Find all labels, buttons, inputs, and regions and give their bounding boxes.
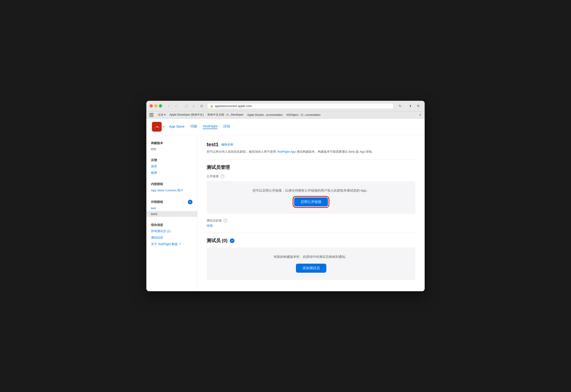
share-button[interactable]: ⬆: [407, 103, 413, 108]
feedback-label: 测试员反馈: [207, 218, 222, 223]
sidebar-section-title: 反馈: [146, 157, 197, 163]
bookmark-item[interactable]: Apple Develo...ocumentation: [247, 113, 283, 116]
bookmark-item[interactable]: Apple Developer (简体中文): [169, 113, 204, 117]
nav-features[interactable]: 功能: [190, 124, 197, 129]
address-bar[interactable]: 🔒 appstoreconnect.apple.com: [207, 103, 394, 109]
testers-title: 测试员 (0): [207, 238, 228, 244]
url-text: appstoreconnect.apple.com: [215, 104, 252, 108]
header-nav: App Store 功能 TestFlight 活动: [169, 124, 230, 129]
sidebar-item-test[interactable]: test: [146, 205, 197, 211]
tester-management-title: 测试员管理: [207, 164, 415, 170]
new-tab-button[interactable]: ⧉: [415, 103, 421, 108]
testers-empty-desc: 有新的构建版本时，此群组中的测试员将收到通知。: [211, 255, 411, 259]
page-description: 您可以将任何人添加至此群组，被添加的人将可使用 TestFlight App 测…: [207, 149, 415, 154]
sidebar-item-testflight-data[interactable]: 关于 TestFlight 数据 ？: [146, 241, 197, 247]
sidebar: 构建版本 iOS 反馈 崩溃 截屏 内部群组 App Store Connect…: [146, 135, 197, 292]
page-content: 🚗 ▾ App Store 功能 TestFlight 活动 构建版本 iOS: [146, 119, 425, 292]
sidebar-item-ios[interactable]: iOS: [146, 146, 197, 152]
sidebar-section-internal: 内部群组 App Store Connect 用户: [146, 181, 197, 194]
sidebar-section-external: 外部群组 + test test1: [146, 198, 197, 217]
fullscreen-button[interactable]: [159, 104, 162, 108]
app-logo: 🚗: [152, 122, 162, 132]
public-link-box: 您可以启用公开链接，以便任何拥有公开链接的用户加入此群组并测试您的 App。 启…: [207, 181, 415, 214]
tester-management-section: 测试员管理 公开链接 ? 您可以启用公开链接，以便任何拥有公开链接的用户加入此群…: [207, 164, 415, 228]
chevron-down-icon: ▾: [163, 125, 164, 128]
browser-controls: ⬜ ⌂ ⊡: [183, 103, 205, 108]
sidebar-toggle[interactable]: ⬜: [183, 103, 189, 108]
bookmark-item[interactable]: 过去 ▾: [158, 113, 166, 117]
enable-public-link-button[interactable]: 启用公开链接: [294, 197, 328, 206]
add-bookmark-button[interactable]: +: [419, 113, 421, 117]
nav-buttons: ‹ ›: [165, 103, 179, 108]
add-external-group-button[interactable]: +: [188, 200, 192, 204]
feedback-row: 测试员反馈 ?: [207, 218, 415, 223]
sidebar-item-test1[interactable]: test1: [146, 211, 197, 217]
browser-titlebar: ‹ › ⬜ ⌂ ⊡ 🔒 appstoreconnect.apple.com ↻ …: [146, 101, 425, 112]
public-link-row: 公开链接 ?: [207, 174, 415, 178]
sidebar-section-title: 综合信息: [146, 222, 197, 228]
minimize-button[interactable]: [154, 104, 158, 108]
sidebar-item-appstoreconnect[interactable]: App Store Connect 用户: [146, 187, 197, 194]
forward-button[interactable]: ›: [173, 103, 179, 108]
page-title-row: test1 编辑名称: [207, 141, 415, 148]
main-layout: 构建版本 iOS 反馈 崩溃 截屏 内部群组 App Store Connect…: [146, 135, 425, 292]
app-name-dropdown[interactable]: ▾: [163, 125, 164, 128]
sidebar-section-title: 构建版本: [146, 140, 197, 146]
testflight-app-link[interactable]: TestFlight App: [277, 150, 296, 153]
testers-section: 测试员 (0) + 有新的构建版本时，此群组中的测试员将收到通知。 添加测试员: [207, 238, 415, 280]
home-button[interactable]: ⌂: [190, 103, 197, 108]
sidebar-item-test-info[interactable]: 测试信息: [146, 235, 197, 241]
bookmark-item[interactable]: 简体中文文档 - A...Developer: [207, 113, 243, 117]
bookmark-button[interactable]: ⊡: [198, 103, 205, 108]
sidebar-section-title: 内部群组: [146, 181, 197, 187]
browser-window: ‹ › ⬜ ⌂ ⊡ 🔒 appstoreconnect.apple.com ↻ …: [146, 101, 425, 292]
add-testers-action-button[interactable]: 添加测试员: [296, 264, 326, 273]
nav-testflight[interactable]: TestFlight: [203, 124, 218, 129]
external-group-label: 外部群组: [151, 200, 188, 204]
nav-activity[interactable]: 活动: [223, 124, 230, 129]
divider: [207, 159, 415, 160]
sidebar-section-summary: 综合信息 所有测试员 (1) 测试信息 关于 TestFlight 数据 ？: [146, 222, 197, 247]
traffic-lights: [150, 104, 162, 108]
edit-name-link[interactable]: 编辑名称: [221, 142, 233, 147]
app-header: 🚗 ▾ App Store 功能 TestFlight 活动: [146, 119, 425, 135]
back-button[interactable]: ‹: [165, 103, 172, 108]
close-button[interactable]: [150, 104, 153, 108]
reload-button[interactable]: ↻: [397, 103, 403, 108]
public-link-desc: 您可以启用公开链接，以便任何拥有公开链接的用户加入此群组并测试您的 App。: [211, 189, 411, 193]
help-icon[interactable]: ?: [220, 174, 224, 178]
public-link-label: 公开链接: [207, 174, 219, 178]
content-area: test1 编辑名称 您可以将任何人添加至此群组，被添加的人将可使用 TestF…: [197, 135, 425, 292]
testers-empty-box: 有新的构建版本时，此群组中的测试员将收到通知。 添加测试员: [207, 247, 415, 280]
sidebar-item-all-testers[interactable]: 所有测试员 (1): [146, 228, 197, 235]
testers-title-row: 测试员 (0) +: [207, 238, 415, 244]
desc-prefix: 您可以将任何人添加至此群组，被添加的人将可使用: [207, 150, 276, 153]
sidebar-item-screenshot[interactable]: 截屏: [146, 169, 197, 176]
bookmark-item[interactable]: NSObject - O...cumentation: [286, 113, 321, 116]
divider-2: [207, 233, 415, 233]
sidebar-section-header: 外部群组 +: [146, 198, 197, 205]
right-controls: ⬆ ⧉: [407, 103, 421, 108]
app-logo-area: 🚗 ▾: [152, 122, 164, 132]
apps-icon[interactable]: [150, 113, 153, 117]
nav-app-store[interactable]: App Store: [169, 125, 185, 129]
sidebar-section-builds: 构建版本 iOS: [146, 140, 197, 152]
disable-feedback-link[interactable]: 停用: [207, 224, 213, 227]
add-tester-button[interactable]: +: [230, 238, 234, 243]
page-title: test1: [207, 141, 219, 148]
sidebar-item-crash[interactable]: 崩溃: [146, 163, 197, 169]
bookmarks-bar: 过去 ▾ Apple Developer (简体中文) 简体中文文档 - A..…: [146, 112, 425, 119]
sidebar-section-feedback: 反馈 崩溃 截屏: [146, 157, 197, 176]
desc-suffix: 测试构建版本。构建版本可能需要通过 Beta 版 App 审核。: [297, 150, 375, 153]
feedback-help-icon[interactable]: ?: [224, 219, 227, 223]
page-header: test1 编辑名称 您可以将任何人添加至此群组，被添加的人将可使用 TestF…: [207, 141, 415, 154]
lock-icon: 🔒: [210, 104, 213, 108]
